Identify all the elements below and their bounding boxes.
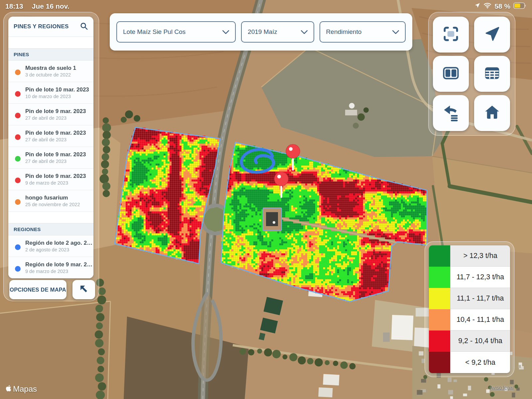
compare-layers-icon <box>442 103 460 123</box>
legal-link[interactable]: Aviso legal <box>490 385 514 390</box>
chevron-down-icon <box>392 28 399 36</box>
map-pin[interactable] <box>274 172 288 198</box>
pin-dot <box>15 69 21 75</box>
table-icon <box>483 64 501 84</box>
legend-label: 11,7 - 12,3 t/ha <box>450 267 510 288</box>
layer-dropdown[interactable]: Rendimiento <box>320 21 406 43</box>
sidebar-spacer <box>8 212 93 223</box>
location-arrow-icon <box>474 2 480 10</box>
list-item-pin[interactable]: Pin de lote 9 mar. 20239 de marzo de 202… <box>8 169 93 190</box>
legend-swatch <box>429 267 450 288</box>
list-item-pin[interactable]: hongo fusarium25 de noviembre de 2022 <box>8 190 93 212</box>
center-focus-button[interactable] <box>433 17 469 53</box>
split-view-button[interactable] <box>433 56 469 92</box>
status-bar: 18:13 Jue 16 nov. 58 % <box>0 0 532 11</box>
legend-row: 10,4 - 11,1 t/ha <box>429 309 510 331</box>
battery-icon <box>513 2 527 11</box>
pin-dot <box>15 91 21 97</box>
battery-percent: 58 % <box>494 2 510 10</box>
map-pin[interactable] <box>286 144 300 171</box>
arrow-up-left-icon <box>78 283 89 296</box>
clock: 18:13 <box>5 2 23 10</box>
wifi-icon <box>483 2 491 10</box>
list-item-pin[interactable]: Pin de lote 9 mar. 202327 de abril de 20… <box>8 104 93 125</box>
field-dropdown[interactable]: Lote Maíz Sie Pul Cos <box>116 21 236 43</box>
chevron-down-icon <box>301 28 308 36</box>
map-options-button[interactable]: OPCIONES DE MAPA <box>9 280 66 299</box>
sidebar-title: PINES Y REGIONES <box>14 23 69 30</box>
legend-swatch <box>429 352 450 373</box>
pin-dot <box>15 134 21 140</box>
sidebar-spacer <box>8 37 93 49</box>
legend-swatch <box>429 245 450 267</box>
compare-layers-button[interactable] <box>433 95 469 131</box>
search-icon[interactable] <box>80 22 88 32</box>
legend-label: 9,2 - 10,4 t/ha <box>450 331 510 352</box>
apple-logo-icon <box>5 384 11 394</box>
home-button[interactable] <box>474 95 510 131</box>
selector-toolbar: Lote Maíz Sie Pul Cos 2019 Maíz Rendimie… <box>110 13 412 51</box>
list-item-region[interactable]: Región de lote 9 mar. 2…9 de marzo de 20… <box>8 257 93 278</box>
date: Jue 16 nov. <box>32 2 69 10</box>
legend-swatch <box>429 288 450 309</box>
list-item-region[interactable]: Región de lote 2 ago. 2…2 de agosto de 2… <box>8 235 93 257</box>
legend-label: > 12,3 t/ha <box>450 245 510 267</box>
region-dot <box>15 244 21 250</box>
field-track <box>273 217 396 242</box>
collapse-panel-button[interactable] <box>72 280 95 299</box>
list-item-pin[interactable]: Pin de lote 10 mar. 202310 de marzo de 2… <box>8 82 93 104</box>
legend-swatch <box>429 309 450 331</box>
pin-dot <box>15 178 21 183</box>
region-annotation-circle[interactable] <box>241 150 274 172</box>
pin-dot <box>15 199 21 205</box>
field-boundary[interactable] <box>221 142 427 302</box>
attribution-provider: Mapas <box>13 384 37 394</box>
legend-row: > 12,3 t/ha <box>429 245 510 267</box>
pin-dot <box>15 113 21 118</box>
navigation-arrow-icon <box>483 25 501 44</box>
pins-regions-card: PINES Y REGIONES PINES Muestra de suelo … <box>8 17 93 278</box>
pin-dot <box>15 156 21 162</box>
table-view-button[interactable] <box>474 56 510 92</box>
field-building-notch <box>263 208 282 230</box>
list-item-pin[interactable]: Pin de lote 9 mar. 202327 de abril de 20… <box>8 147 93 169</box>
legend-swatch <box>429 331 450 352</box>
map-attribution: Mapas <box>5 384 37 394</box>
list-item-pin[interactable]: Muestra de suelo 13 de octubre de 2022 <box>8 61 93 82</box>
yield-legend: > 12,3 t/ha 11,7 - 12,3 t/ha 11,1 - 11,7… <box>429 245 510 373</box>
season-dropdown[interactable]: 2019 Maíz <box>241 21 314 43</box>
home-icon <box>483 103 501 123</box>
legend-row: 9,2 - 10,4 t/ha <box>429 331 510 352</box>
pins-section-header: PINES <box>8 49 93 61</box>
field-boundary[interactable] <box>115 127 220 264</box>
legend-row: < 9,2 t/ha <box>429 352 510 373</box>
center-focus-icon <box>442 25 460 45</box>
legend-label: < 9,2 t/ha <box>450 352 510 373</box>
navigation-button[interactable] <box>474 17 510 53</box>
region-dot <box>15 266 21 272</box>
legend-label: 11,1 - 11,7 t/ha <box>450 288 510 309</box>
regions-section-header: REGIONES <box>8 223 93 235</box>
legend-row: 11,1 - 11,7 t/ha <box>429 288 510 309</box>
sidebar-header: PINES Y REGIONES <box>8 17 93 37</box>
legend-label: 10,4 - 11,1 t/ha <box>450 309 510 331</box>
split-view-icon <box>442 64 460 84</box>
list-item-pin[interactable]: Pin de lote 9 mar. 202327 de abril de 20… <box>8 125 93 147</box>
legend-row: 11,7 - 12,3 t/ha <box>429 267 510 288</box>
chevron-down-icon <box>222 28 229 36</box>
